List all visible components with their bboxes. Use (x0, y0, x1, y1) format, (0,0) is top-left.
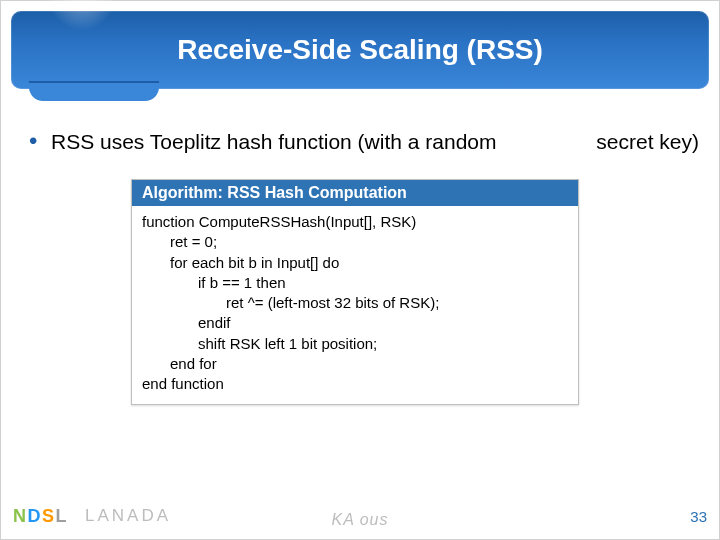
algo-line: endif (142, 313, 568, 333)
highlight-glow (43, 0, 121, 31)
algo-line: end for (142, 354, 568, 374)
algo-line: ret ^= (left-most 32 bits of RSK); (142, 293, 568, 313)
logo-ndsl-d: D (28, 506, 42, 527)
bullet-icon: • (29, 129, 51, 153)
algo-line: ret = 0; (142, 232, 568, 252)
bullet-text-left: RSS uses Toeplitz hash function (with a … (51, 130, 497, 154)
algorithm-box: Algorithm: RSS Hash Computation function… (131, 179, 579, 405)
algo-line: end function (142, 374, 568, 394)
logo-lanada: LANADA (85, 506, 171, 526)
logo-ndsl: N D S L (13, 506, 67, 527)
logo-ndsl-s: S (42, 506, 55, 527)
bullet-row: • RSS uses Toeplitz hash function (with … (29, 129, 699, 154)
slide-title: Receive-Side Scaling (RSS) (177, 34, 543, 66)
algorithm-header: Algorithm: RSS Hash Computation (132, 180, 578, 206)
algo-line: shift RSK left 1 bit position; (142, 334, 568, 354)
logo-ndsl-n: N (13, 506, 27, 527)
logo-center: KA ous (332, 511, 389, 529)
slide: Receive-Side Scaling (RSS) • RSS uses To… (0, 0, 720, 540)
algorithm-body: function ComputeRSSHash(Input[], RSK) re… (132, 206, 578, 404)
algo-line: for each bit b in Input[] do (142, 253, 568, 273)
algo-line: function ComputeRSSHash(Input[], RSK) (142, 212, 568, 232)
bullet-text-right: secret key) (596, 130, 699, 154)
footer: N D S L LANADA KA ous 33 (13, 501, 707, 531)
title-tab-decor (29, 81, 159, 101)
algo-line: if b == 1 then (142, 273, 568, 293)
logo-ndsl-l: L (56, 506, 68, 527)
slide-title-bar: Receive-Side Scaling (RSS) (11, 11, 709, 89)
page-number: 33 (690, 508, 707, 525)
